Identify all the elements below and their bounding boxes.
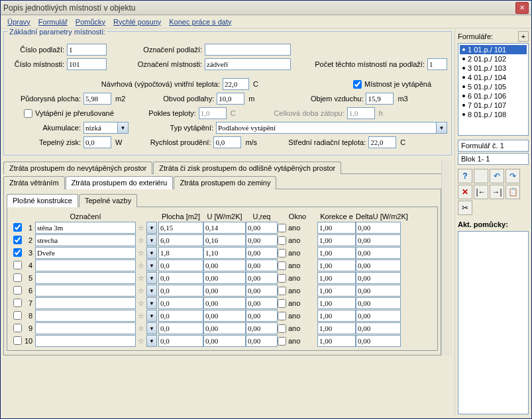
menu-item[interactable]: Pomůcky [73,17,108,27]
input-oznaceni[interactable] [35,322,136,334]
input-oznaceni[interactable] [35,234,136,246]
tab-vetranim[interactable]: Ztráta větráním [3,176,65,189]
formlist-item[interactable]: 1 01.p./ 101 [460,45,527,54]
first-button[interactable]: |← [474,185,488,199]
input-plocha[interactable] [158,222,203,234]
chk-okno[interactable] [278,261,286,270]
formlist-item[interactable]: 6 01.p./ 106 [460,91,527,101]
sel-akumulace[interactable] [83,122,118,134]
input-oznaceni[interactable] [35,259,136,271]
tab-exterieru[interactable]: Ztráta prostupem do exteriéru [66,176,174,189]
input-korekce[interactable] [317,247,356,259]
input-deltau[interactable] [356,310,401,322]
input-deltau[interactable] [356,247,401,259]
input-plocha[interactable] [158,310,203,322]
menu-item[interactable]: Rychlé posuny [111,17,164,27]
input-pocet-mistnosti[interactable] [427,58,447,70]
chk-okno[interactable] [278,337,286,346]
tool-button[interactable] [474,169,488,183]
sel-typ-vytapeni[interactable] [216,122,437,134]
input-deltau[interactable] [356,335,401,347]
row-checkbox[interactable] [13,324,22,332]
menu-item[interactable]: Konec práce s daty [166,17,234,27]
formlist-item[interactable]: 8 01.p./ 108 [460,110,527,119]
add-form-button[interactable]: + [518,31,529,42]
chk-okno[interactable] [278,312,286,320]
input-plocha[interactable] [158,259,203,271]
star-icon[interactable]: ☆ [136,337,146,346]
input-oznaceni[interactable] [35,335,136,347]
input-u[interactable] [203,222,246,234]
chk-okno[interactable] [278,324,286,333]
input-deltau[interactable] [356,285,401,297]
dropdown-icon[interactable]: ▼ [146,310,157,322]
close-button[interactable]: ✕ [515,2,529,14]
input-plocha[interactable] [158,297,203,309]
input-u[interactable] [203,322,246,334]
input-ureq[interactable] [246,259,278,271]
input-korekce[interactable] [317,310,356,322]
row-checkbox[interactable] [13,299,22,307]
chk-vytapeni-prerus[interactable] [24,109,32,118]
row-checkbox[interactable] [13,223,22,232]
dropdown-icon[interactable]: ▼ [437,122,447,134]
subtab-plosne[interactable]: Plošné konstrukce [7,194,78,207]
tab-zeminy[interactable]: Ztráta prostupem do zeminy [174,176,276,189]
input-korekce[interactable] [317,322,356,334]
redo-button[interactable]: ↷ [505,169,520,183]
input-deltau[interactable] [356,234,401,246]
star-icon[interactable]: ☆ [136,299,146,308]
input-oznaceni[interactable] [35,310,136,322]
input-oznaceni[interactable] [35,272,136,284]
input-navrh-teplota[interactable] [223,78,249,90]
input-oznaceni[interactable] [35,247,136,259]
input-u[interactable] [203,259,246,271]
input-oznaceni[interactable] [35,297,136,309]
star-icon[interactable]: ☆ [136,324,146,333]
undo-button[interactable]: ↶ [490,169,504,183]
star-icon[interactable]: ☆ [136,224,146,232]
input-u[interactable] [203,335,246,347]
input-rychlost[interactable] [213,136,241,148]
star-icon[interactable]: ☆ [136,274,146,283]
input-u[interactable] [203,234,246,246]
input-plocha[interactable] [158,247,203,259]
dropdown-icon[interactable]: ▼ [146,285,157,297]
input-oznaceni[interactable] [35,222,136,234]
input-tep-zisk[interactable] [83,136,111,148]
row-checkbox[interactable] [13,286,22,295]
input-korekce[interactable] [317,234,356,246]
row-checkbox[interactable] [13,273,22,282]
row-checkbox[interactable] [13,248,22,257]
menu-item[interactable]: Úpravy [5,17,33,27]
cut-button[interactable]: ✂ [458,201,472,215]
input-ureq[interactable] [246,247,278,259]
help-button[interactable]: ? [458,169,472,183]
input-oznaceni[interactable] [35,285,136,297]
dropdown-icon[interactable]: ▼ [146,272,157,284]
input-cislo-podlazi[interactable] [67,44,107,56]
dropdown-icon[interactable]: ▼ [146,322,157,334]
star-icon[interactable]: ☆ [136,261,146,270]
input-ureq[interactable] [246,234,278,246]
star-icon[interactable]: ☆ [136,287,146,295]
tab-odlisne[interactable]: Ztráta či zisk prostupem do odlišně vytá… [153,162,341,174]
input-plocha[interactable] [158,234,203,246]
input-korekce[interactable] [317,222,356,234]
chk-okno[interactable] [278,274,286,283]
tab-nevytapenych[interactable]: Ztráta prostupem do nevytápěných prostor [3,162,152,174]
menu-item[interactable]: Formulář [36,17,70,27]
dropdown-icon[interactable]: ▼ [146,247,157,259]
formlist-item[interactable]: 4 01.p./ 104 [460,73,527,82]
formlist-item[interactable]: 7 01.p./ 107 [460,101,527,110]
input-plocha[interactable] [158,322,203,334]
input-ureq[interactable] [246,222,278,234]
input-oznaceni-podlazi[interactable] [205,44,291,56]
chk-okno[interactable] [278,299,286,308]
input-korekce[interactable] [317,259,356,271]
formlist-item[interactable]: 2 01.p./ 102 [460,54,527,64]
input-stredni[interactable] [368,136,396,148]
paste-button[interactable]: 📋 [505,185,520,199]
delete-button[interactable]: ✕ [458,185,472,199]
dropdown-icon[interactable]: ▼ [118,122,129,134]
